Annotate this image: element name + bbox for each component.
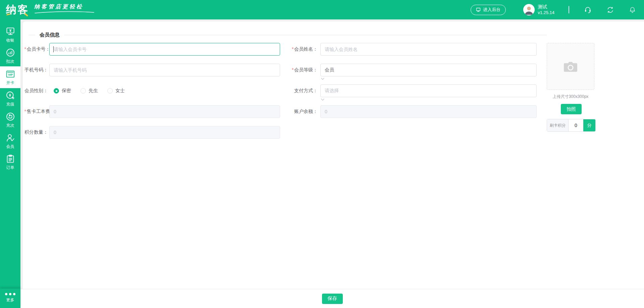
photo-upload-box[interactable] xyxy=(547,43,594,90)
radio-mister[interactable]: 先生 xyxy=(80,88,98,94)
user-name: 测试 xyxy=(538,4,554,10)
swipe-points-label: 刷卡积分 xyxy=(547,119,569,131)
required-mark: * xyxy=(292,67,293,72)
field-level: *会员等级： 会员 xyxy=(280,64,537,76)
radio-dot-icon xyxy=(54,88,59,94)
svg-text:¥: ¥ xyxy=(9,28,11,32)
slogan-underline xyxy=(34,11,95,14)
card-fee-input xyxy=(49,105,280,118)
avatar xyxy=(523,4,535,15)
swipe-points-unit-button[interactable]: 分 xyxy=(583,119,595,131)
deduct-count-icon xyxy=(5,48,15,58)
title-divider-right xyxy=(64,35,547,35)
app-version: v1.25.14 xyxy=(538,10,554,15)
sidebar-item-deduct-count[interactable]: 扣次 xyxy=(0,45,20,66)
field-label: *会员等级： xyxy=(280,67,320,73)
field-card-no: *会员卡号： xyxy=(24,43,280,56)
sidebar-more-label: 更多 xyxy=(6,297,14,303)
field-balance: 账户余额： xyxy=(280,105,537,118)
sidebar-item-label: 订单 xyxy=(6,165,14,171)
selected-value: 会员 xyxy=(325,67,334,73)
swipe-points-group: 刷卡积分 分 xyxy=(547,119,596,132)
main-area: 会员信息 *会员卡号： *会员姓名： xyxy=(20,19,644,308)
chevron-down-icon xyxy=(320,97,325,102)
select-placeholder: 请选择 xyxy=(325,88,339,94)
radio-secret[interactable]: 保密 xyxy=(54,88,71,94)
payment-method-select[interactable]: 请选择 xyxy=(320,84,537,97)
required-mark: * xyxy=(24,109,26,114)
nake-logo: 纳客 xyxy=(6,0,29,19)
radio-label: 先生 xyxy=(89,88,98,94)
sidebar-item-label: 扣次 xyxy=(6,59,14,64)
phone-input[interactable] xyxy=(49,64,280,76)
ellipsis-icon xyxy=(5,293,15,295)
svg-text:¥: ¥ xyxy=(9,93,11,97)
radio-label: 保密 xyxy=(62,88,71,94)
top-header: 纳客 纳客管店更轻松 进入后台 测试 v1.25.14 xyxy=(0,0,644,19)
svg-text:VIP: VIP xyxy=(8,73,12,76)
sidebar-item-open-card[interactable]: VIP 开卡 xyxy=(0,66,20,88)
required-mark: * xyxy=(24,46,26,52)
field-label: *售卡工本费： xyxy=(24,109,49,115)
required-mark: * xyxy=(292,46,293,52)
balance-control xyxy=(320,105,537,118)
gender-radio-group: 保密 先生 女士 xyxy=(49,84,280,97)
footer-bar: 保存 xyxy=(20,289,644,308)
sidebar-item-recharge[interactable]: ¥ 充值 xyxy=(0,88,20,109)
card-fee-control xyxy=(49,105,280,118)
field-label: 手机号码： xyxy=(24,67,49,73)
camera-icon xyxy=(563,60,578,73)
field-label: 账户余额： xyxy=(280,109,320,115)
chevron-down-icon xyxy=(320,76,325,81)
user-meta: 测试 v1.25.14 xyxy=(538,4,554,15)
recharge-icon: ¥ xyxy=(5,90,15,101)
field-label: *会员姓名： xyxy=(280,46,320,52)
member-level-select[interactable]: 会员 xyxy=(320,64,537,76)
text-caret xyxy=(53,46,54,52)
app-shell: ¥ 收银 扣次 VIP 开卡 ¥ 充值 xyxy=(0,19,644,308)
bell-icon[interactable] xyxy=(629,6,636,13)
section-title-row: 会员信息 xyxy=(29,32,547,38)
radio-lady[interactable]: 女士 xyxy=(107,88,125,94)
sync-icon[interactable] xyxy=(606,6,614,14)
radio-label: 女士 xyxy=(115,88,125,94)
member-name-input[interactable] xyxy=(320,43,537,56)
card-no-input[interactable] xyxy=(49,43,280,56)
sidebar-item-cashier[interactable]: ¥ 收银 xyxy=(0,24,20,45)
field-label: *会员卡号： xyxy=(24,46,49,52)
member-icon xyxy=(5,133,15,143)
brand-slogan: 纳客管店更轻松 xyxy=(34,0,95,14)
recharge-count-icon xyxy=(5,112,15,122)
sidebar: ¥ 收银 扣次 VIP 开卡 ¥ 充值 xyxy=(0,19,20,308)
enter-backend-label: 进入后台 xyxy=(483,7,500,13)
swipe-points-input[interactable] xyxy=(569,119,583,131)
payment-control: 请选择 xyxy=(320,84,537,97)
field-label: 会员性别： xyxy=(24,88,49,94)
field-label: 积分数量： xyxy=(24,129,49,135)
monitor-icon xyxy=(476,7,481,12)
points-control xyxy=(49,126,280,139)
order-icon xyxy=(5,154,15,164)
name-control xyxy=(320,43,537,56)
page-title: 会员信息 xyxy=(40,32,60,38)
points-input xyxy=(49,126,280,139)
slogan-text: 纳客管店更轻松 xyxy=(34,3,95,10)
photo-panel: 上传尺寸300x300px 拍照 刷卡积分 分 xyxy=(547,43,596,132)
radio-dot-icon xyxy=(107,88,113,94)
enter-backend-button[interactable]: 进入后台 xyxy=(471,5,506,15)
save-button[interactable]: 保存 xyxy=(322,294,343,304)
user-info[interactable]: 测试 v1.25.14 xyxy=(523,4,554,15)
take-photo-button[interactable]: 拍照 xyxy=(561,104,582,114)
cashier-monitor-icon: ¥ xyxy=(5,26,15,37)
sidebar-item-label: 充次 xyxy=(6,123,14,128)
sidebar-item-label: 充值 xyxy=(6,102,14,107)
header-divider xyxy=(569,6,569,13)
sidebar-item-recharge-count[interactable]: 充次 xyxy=(0,109,20,130)
support-headset-icon[interactable] xyxy=(584,6,592,14)
field-name: *会员姓名： xyxy=(280,43,537,56)
upload-size-hint: 上传尺寸300x300px xyxy=(547,94,594,100)
sidebar-item-member[interactable]: 会员 xyxy=(0,130,20,151)
sidebar-more-button[interactable]: 更多 xyxy=(0,289,20,308)
sidebar-item-orders[interactable]: 订单 xyxy=(0,151,20,173)
field-gender: 会员性别： 保密 先生 xyxy=(24,84,280,97)
